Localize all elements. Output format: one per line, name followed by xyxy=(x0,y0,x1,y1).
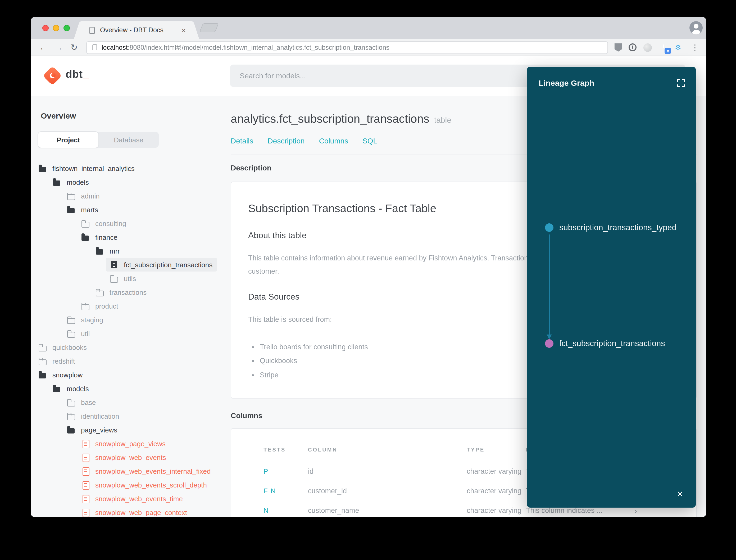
header-column: COLUMN xyxy=(308,447,467,453)
power-extension-icon[interactable]: x xyxy=(659,43,668,52)
password-manager-icon[interactable] xyxy=(629,43,637,51)
tree-item[interactable]: staging xyxy=(38,313,231,327)
lineage-node-current[interactable]: fct_subscription_transactions xyxy=(545,339,665,348)
folder-open-icon xyxy=(38,371,47,379)
folder-icon xyxy=(67,329,75,338)
dbt-logo-icon[interactable] xyxy=(44,67,61,84)
new-tab-button[interactable] xyxy=(199,23,219,32)
screen: Overview - DBT Docs × ← → ↻ localhost :8… xyxy=(0,0,736,560)
tab-sql[interactable]: SQL xyxy=(363,137,377,145)
column-cell: id xyxy=(308,467,467,475)
folder-icon xyxy=(67,192,75,200)
tab-close-icon[interactable]: × xyxy=(182,26,186,34)
node-dot-icon xyxy=(545,223,553,232)
extension-icons: x ❄ ⋮ xyxy=(615,43,699,52)
tree-item[interactable]: mrr xyxy=(38,244,231,258)
column-cell: customer_name xyxy=(308,507,467,514)
file-icon xyxy=(81,467,89,475)
tree-item[interactable]: base xyxy=(38,395,231,409)
browser-tab-strip: Overview - DBT Docs × xyxy=(31,17,706,39)
tree-item[interactable]: fishtown_internal_analytics xyxy=(38,161,231,175)
tree-item[interactable]: page_views xyxy=(38,423,231,437)
tree-item[interactable]: identification xyxy=(38,409,231,423)
folder-open-icon xyxy=(67,205,75,214)
folder-icon xyxy=(67,315,75,324)
folder-open-icon xyxy=(95,247,104,255)
tree-item[interactable]: redshift xyxy=(38,354,231,368)
folder-icon xyxy=(67,412,75,420)
type-cell: character varying xyxy=(467,467,526,475)
back-icon[interactable]: ← xyxy=(38,43,49,52)
tree-item[interactable]: models xyxy=(38,175,231,189)
tree-item-error[interactable]: snowplow_web_events_internal_fixed xyxy=(38,464,231,478)
refresh-icon[interactable]: ↻ xyxy=(69,42,79,52)
folder-open-icon xyxy=(81,233,89,241)
minimize-window-button[interactable] xyxy=(53,25,59,31)
tree-item-selected[interactable]: fct_subscription_transactions xyxy=(106,258,217,272)
tree-item[interactable]: admin xyxy=(38,189,231,203)
tab-project[interactable]: Project xyxy=(38,132,98,148)
url-path: :8080/index.html#!/model/model.fishtown_… xyxy=(128,44,389,51)
lineage-node-upstream[interactable]: subscription_transactions_typed xyxy=(545,223,676,232)
tab-description[interactable]: Description xyxy=(268,137,305,145)
lineage-edge-arrow xyxy=(549,234,550,335)
tests-cell: F N xyxy=(264,487,308,495)
folder-open-icon xyxy=(52,384,61,393)
tree-item[interactable]: models xyxy=(38,382,231,395)
model-tree: fishtown_internal_analytics models admin… xyxy=(38,161,231,517)
folder-icon xyxy=(38,357,47,365)
tree-item[interactable]: marts xyxy=(38,203,231,216)
zoom-window-button[interactable] xyxy=(64,25,70,31)
tree-item[interactable]: transactions xyxy=(38,285,231,299)
address-bar[interactable]: localhost :8080/index.html#!/model/model… xyxy=(86,41,608,54)
source-toggle: Project Database xyxy=(38,132,159,148)
page-icon xyxy=(93,44,97,50)
lineage-graph-panel: Lineage Graph subscription_transactions_… xyxy=(527,67,696,508)
file-icon xyxy=(81,508,89,517)
tree-item-error[interactable]: snowplow_web_events xyxy=(38,450,231,464)
lineage-header: Lineage Graph xyxy=(527,67,696,87)
ublock-shield-icon[interactable] xyxy=(615,43,622,52)
folder-icon xyxy=(38,343,47,351)
tree-item[interactable]: finance xyxy=(38,230,231,244)
profile-avatar-icon[interactable] xyxy=(689,21,703,34)
tree-item-error[interactable]: snowplow_page_views xyxy=(38,437,231,450)
tree-item[interactable]: util xyxy=(38,327,231,340)
node-dot-icon xyxy=(545,339,553,348)
tree-item[interactable]: utils xyxy=(38,272,231,285)
url-host: localhost xyxy=(102,44,128,51)
materialization-badge: table xyxy=(434,115,451,124)
brand-text: dbt_ xyxy=(66,68,89,80)
type-cell: character varying xyxy=(467,487,526,495)
tab-title: Overview - DBT Docs xyxy=(100,26,178,34)
extension-circle-icon[interactable] xyxy=(644,43,652,52)
tree-item-error[interactable]: snowplow_web_events_time xyxy=(38,492,231,505)
browser-window: Overview - DBT Docs × ← → ↻ localhost :8… xyxy=(31,17,706,517)
snowflake-icon[interactable]: ❄ xyxy=(675,43,681,51)
tree-item-error[interactable]: snowplow_web_events_scroll_depth xyxy=(38,478,231,492)
tab-columns[interactable]: Columns xyxy=(319,137,349,145)
column-cell: customer_id xyxy=(308,487,467,495)
file-icon xyxy=(81,494,89,503)
tree-item[interactable]: product xyxy=(38,299,231,313)
expand-fullscreen-icon[interactable] xyxy=(677,79,685,87)
tests-cell: P xyxy=(264,467,308,475)
tab-database[interactable]: Database xyxy=(98,132,159,148)
close-window-button[interactable] xyxy=(42,25,49,31)
x-badge: x xyxy=(665,48,671,54)
browser-tab[interactable]: Overview - DBT Docs × xyxy=(81,21,192,39)
tab-details[interactable]: Details xyxy=(231,137,254,145)
forward-icon[interactable]: → xyxy=(53,43,64,52)
header-tests: TESTS xyxy=(264,447,308,453)
folder-icon xyxy=(81,302,89,310)
tree-item[interactable]: snowplow xyxy=(38,368,231,382)
sidebar: Overview Project Database fishtown_inter… xyxy=(31,96,231,517)
close-icon[interactable]: × xyxy=(677,488,683,500)
tree-item[interactable]: quickbooks xyxy=(38,340,231,354)
folder-open-icon xyxy=(67,426,75,434)
tree-item[interactable]: consulting xyxy=(38,216,231,230)
tree-item-error[interactable]: snowplow_web_page_context xyxy=(38,505,231,517)
folder-icon xyxy=(67,398,75,407)
folder-icon xyxy=(95,288,104,296)
browser-menu-icon[interactable]: ⋮ xyxy=(691,43,699,52)
